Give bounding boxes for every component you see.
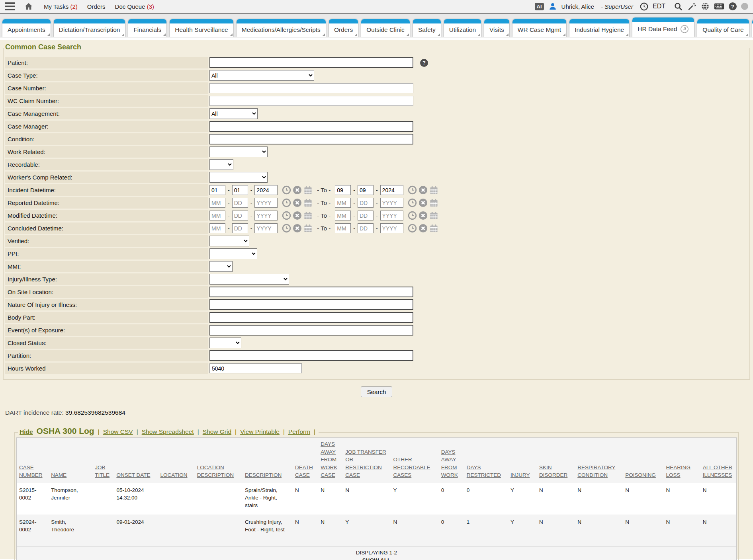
partition-input[interactable] <box>209 350 413 361</box>
calendar-icon[interactable] <box>303 185 313 195</box>
case-manager-input[interactable] <box>209 121 413 132</box>
col-injury[interactable]: INJURY <box>508 438 537 483</box>
calendar-icon[interactable] <box>303 224 313 233</box>
body-part-input[interactable] <box>209 312 413 323</box>
tab-medications-allergies-scripts[interactable]: Medications/Allergies/Scripts <box>237 19 326 37</box>
clear-date-icon[interactable] <box>419 185 428 195</box>
time-picker-icon[interactable] <box>282 211 291 220</box>
modified-from-month-input[interactable] <box>209 211 225 220</box>
external-link-icon[interactable] <box>680 25 689 33</box>
calendar-icon[interactable] <box>429 198 438 207</box>
globe-icon[interactable] <box>701 2 710 11</box>
col-poisoning[interactable]: POISONING <box>623 438 663 483</box>
time-picker-icon[interactable] <box>282 185 291 195</box>
reported-to-month-input[interactable] <box>335 198 351 208</box>
user-name[interactable]: Uhrick, Alice <box>561 3 595 10</box>
search-button[interactable]: Search <box>361 386 393 397</box>
col-job-title[interactable]: JOB TITLE <box>92 438 114 483</box>
col-onset-date[interactable]: ONSET DATE <box>114 438 158 483</box>
incident-from-year-input[interactable] <box>254 185 278 195</box>
tab-hr-data-feed[interactable]: HR Data Feed <box>632 18 694 37</box>
clear-date-icon[interactable] <box>419 211 428 220</box>
clear-date-icon[interactable] <box>293 211 302 220</box>
show-all-link[interactable]: SHOW ALL <box>362 557 391 560</box>
col-respiratory-condition[interactable]: RESPIRATORY CONDITION <box>575 438 623 483</box>
tab-outside-clinic[interactable]: Outside Clinic <box>361 19 410 37</box>
col-job-transfer-or-restriction-case[interactable]: JOB TRANSFER OR RESTRICTION CASE <box>343 438 391 483</box>
nav-my-tasks[interactable]: My Tasks (2) <box>44 3 78 10</box>
concluded-to-year-input[interactable] <box>380 223 403 233</box>
reported-to-day-input[interactable] <box>358 198 374 208</box>
time-picker-icon[interactable] <box>408 198 417 207</box>
magic-wand-icon[interactable] <box>687 2 696 11</box>
modified-from-day-input[interactable] <box>232 211 248 220</box>
concluded-from-month-input[interactable] <box>209 223 225 233</box>
hours-worked-input[interactable] <box>209 363 302 373</box>
col-description[interactable]: DESCRIPTION <box>243 438 293 483</box>
tab-visits[interactable]: Visits <box>484 19 509 37</box>
tab-safety[interactable]: Safety <box>413 19 441 37</box>
recordable-select[interactable] <box>209 159 233 170</box>
incident-from-month-input[interactable] <box>209 185 225 195</box>
closed-status-select[interactable] <box>209 338 241 348</box>
calendar-icon[interactable] <box>429 224 438 233</box>
col-location-description[interactable]: LOCATION DESCRIPTION <box>195 438 243 483</box>
case-number-input[interactable] <box>209 83 413 93</box>
show-grid-link[interactable]: Show Grid <box>203 428 231 435</box>
workers-comp-related-select[interactable] <box>209 172 268 183</box>
injury-illness-type-select[interactable] <box>209 274 289 285</box>
calendar-icon[interactable] <box>303 198 313 207</box>
incident-to-year-input[interactable] <box>380 185 403 195</box>
time-picker-icon[interactable] <box>408 224 417 233</box>
col-skin-disorder[interactable]: SKIN DISORDER <box>537 438 575 483</box>
clear-date-icon[interactable] <box>419 224 428 233</box>
incident-to-day-input[interactable] <box>358 185 374 195</box>
tab-health-surveillance[interactable]: Health Surveillance <box>170 19 233 37</box>
table-row[interactable]: S2015-0002 Thompson, Jennifer 05-10-2024… <box>17 483 736 515</box>
concluded-to-month-input[interactable] <box>335 223 351 233</box>
col-location[interactable]: LOCATION <box>158 438 195 483</box>
concluded-from-year-input[interactable] <box>254 223 278 233</box>
case-type-select[interactable]: All <box>209 70 314 81</box>
tab-appointments[interactable]: Appointments <box>2 19 51 37</box>
clear-date-icon[interactable] <box>293 185 302 195</box>
nature-of-injury-input[interactable] <box>209 299 413 310</box>
col-name[interactable]: NAME <box>49 438 92 483</box>
events-of-exposure-input[interactable] <box>209 325 413 336</box>
reported-from-year-input[interactable] <box>254 198 278 208</box>
clear-date-icon[interactable] <box>293 224 302 233</box>
perform-link[interactable]: Perform <box>288 428 310 435</box>
work-related-select[interactable] <box>209 146 268 157</box>
time-picker-icon[interactable] <box>408 211 417 220</box>
search-icon[interactable] <box>674 2 683 11</box>
hide-link[interactable]: Hide <box>20 428 33 435</box>
tab-financials[interactable]: Financials <box>128 19 166 37</box>
time-picker-icon[interactable] <box>408 185 417 195</box>
tab-wr-case-mgmt[interactable]: WR Case Mgmt <box>512 19 566 37</box>
calendar-icon[interactable] <box>303 211 313 220</box>
modified-from-year-input[interactable] <box>254 211 278 220</box>
wc-claim-number-input[interactable] <box>209 96 413 106</box>
incident-to-month-input[interactable] <box>335 185 351 195</box>
nav-orders[interactable]: Orders <box>87 3 106 10</box>
col-all-other-illnesses[interactable]: ALL OTHER ILLNESSES <box>700 438 736 483</box>
reported-from-day-input[interactable] <box>232 198 248 208</box>
modified-to-year-input[interactable] <box>380 211 403 220</box>
ppi-select[interactable] <box>209 248 257 259</box>
show-csv-link[interactable]: Show CSV <box>103 428 133 435</box>
col-hearing-loss[interactable]: HEARING LOSS <box>664 438 700 483</box>
mmi-select[interactable] <box>209 261 233 272</box>
tab-industrial-hygiene[interactable]: Industrial Hygiene <box>569 19 629 37</box>
reported-to-year-input[interactable] <box>380 198 403 208</box>
clear-date-icon[interactable] <box>293 198 302 207</box>
help-icon[interactable]: ? <box>729 2 737 10</box>
clock-icon[interactable] <box>640 2 648 11</box>
incident-from-day-input[interactable] <box>232 185 248 195</box>
tab-utilization[interactable]: Utilization <box>444 19 481 37</box>
col-days-away-from-work[interactable]: DAYS AWAY FROM WORK <box>439 438 464 483</box>
case-management-select[interactable]: All <box>209 108 258 119</box>
table-row[interactable]: S2024-0002 Smith, Theodore 09-01-2024 Cr… <box>17 515 736 546</box>
calendar-icon[interactable] <box>429 185 438 195</box>
keyboard-icon[interactable] <box>714 2 724 10</box>
view-printable-link[interactable]: View Printable <box>240 428 280 435</box>
